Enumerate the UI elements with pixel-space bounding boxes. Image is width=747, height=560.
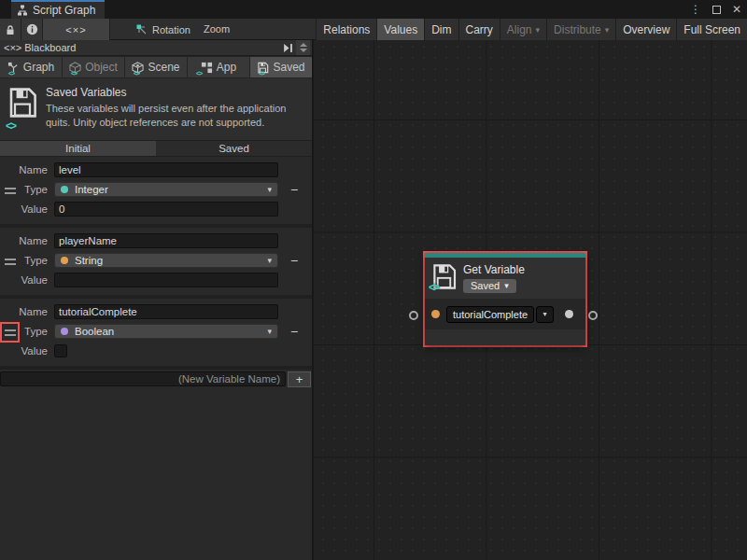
info-description: These variables will persist even after … — [46, 102, 304, 131]
node-title: Get Variable — [463, 262, 525, 276]
window-maximize-icon[interactable] — [712, 6, 721, 14]
type-dropdown[interactable]: String ▾ — [54, 253, 278, 268]
view-tab-initial[interactable]: Initial — [0, 141, 156, 156]
variable-block-tutorialcomplete: Name Type Boolean ▾ − Value — [0, 299, 312, 370]
type-dropdown[interactable]: Integer ▾ — [54, 182, 278, 197]
rotation-icon — [136, 24, 148, 35]
overview-button[interactable]: Overview — [615, 19, 676, 40]
info-icon — [26, 23, 38, 35]
type-dropdown[interactable]: Boolean ▾ — [54, 324, 278, 339]
code-overlay-icon: <> — [71, 70, 77, 77]
tab-object[interactable]: Object <> — [63, 57, 124, 77]
variable-name-input[interactable] — [54, 233, 278, 248]
scope-dropdown[interactable]: Saved ▾ — [463, 279, 516, 293]
rotation-label: Rotation — [152, 24, 190, 35]
saved-variables-info: <> Saved Variables These variables will … — [0, 78, 312, 140]
scroll-up-icon[interactable] — [300, 43, 307, 47]
code-overlay-icon: <> — [429, 281, 438, 294]
chevron-down-icon: ▾ — [504, 281, 509, 290]
title-bar: Script Graph ⋮ ✕ — [0, 0, 747, 19]
external-output-port[interactable] — [588, 311, 598, 320]
drag-handle-icon[interactable] — [5, 188, 16, 194]
saved-variables-floppy-icon: <> — [7, 86, 37, 131]
remove-variable-button[interactable]: − — [286, 254, 303, 267]
value-label: Value — [0, 345, 54, 357]
name-label: Name — [0, 306, 54, 317]
chevron-down-icon: ▾ — [267, 327, 272, 336]
blackboard-title: Blackboard — [24, 42, 76, 53]
scroll-arrows[interactable] — [296, 40, 310, 55]
code-overlay-icon: <> — [134, 70, 139, 77]
node-footer — [425, 329, 585, 345]
remove-variable-button[interactable]: − — [286, 325, 303, 338]
graph-canvas[interactable]: <> Get Variable Saved ▾ — [314, 40, 747, 560]
full-screen-button[interactable]: Full Screen — [676, 19, 747, 40]
relations-toggle[interactable]: Relations — [316, 19, 376, 40]
variable-value-input[interactable] — [54, 202, 278, 217]
variable-dropdown-arrow-button[interactable]: ▾ — [536, 306, 554, 323]
output-port-dot[interactable] — [565, 310, 573, 318]
chevron-down-icon: ▾ — [605, 25, 610, 35]
variable-scope-tabs: Graph <> Object <> Scene <> App <> — [0, 56, 312, 78]
dim-toggle[interactable]: Dim — [424, 19, 458, 40]
variables-toggle-button[interactable]: <×> — [43, 19, 110, 40]
info-title: Saved Variables — [46, 86, 304, 99]
zoom-label: Zoom — [204, 23, 230, 35]
variable-block-playername: Name Type String ▾ − Value — [0, 228, 312, 299]
variable-name-dropdown[interactable]: tutorialComplete — [446, 306, 534, 323]
dock-icon[interactable] — [283, 43, 293, 53]
integer-type-dot-icon — [61, 186, 68, 193]
drag-handle-icon[interactable] — [5, 259, 16, 265]
view-tab-saved[interactable]: Saved — [156, 141, 312, 156]
variable-name-input[interactable] — [54, 162, 278, 177]
blackboard-header: <×> Blackboard — [0, 40, 312, 56]
blackboard-glyph-icon: <×> — [4, 42, 21, 53]
info-button[interactable] — [21, 19, 43, 40]
value-label: Value — [0, 274, 54, 286]
variable-name-input[interactable] — [54, 304, 278, 319]
graph-toolbar: <×> Rotation Zoom 1x Relations Values Di… — [0, 19, 747, 40]
saved-variable-floppy-icon: <> — [431, 262, 457, 291]
scroll-down-icon[interactable] — [300, 49, 307, 52]
tab-scene[interactable]: Scene <> — [125, 57, 187, 77]
remove-variable-button[interactable]: − — [286, 183, 303, 196]
lock-icon — [5, 24, 16, 35]
tab-script-graph[interactable]: Script Graph — [11, 0, 105, 19]
align-dropdown[interactable]: Align ▾ — [500, 19, 546, 40]
name-label: Name — [0, 235, 54, 246]
value-label: Value — [0, 203, 54, 215]
toolbar-toggle-group: Relations Values Dim Carry Align ▾ Distr… — [316, 19, 747, 40]
tab-graph[interactable]: Graph <> — [0, 57, 62, 77]
initial-saved-toggle: Initial Saved — [0, 140, 312, 157]
carry-toggle[interactable]: Carry — [458, 19, 500, 40]
node-header: <> Get Variable Saved ▾ — [425, 258, 585, 299]
add-variable-button[interactable]: + — [288, 371, 311, 387]
blackboard-panel: <×> Blackboard Graph <> Object — [0, 40, 313, 560]
code-overlay-icon: <> — [196, 70, 202, 77]
code-overlay-icon: <> — [6, 119, 15, 133]
window-close-icon[interactable]: ✕ — [732, 3, 741, 16]
window-menu-icon[interactable]: ⋮ — [690, 3, 701, 16]
red-annotation-box: <> Get Variable Saved ▾ — [423, 251, 587, 347]
external-input-port[interactable] — [409, 311, 418, 320]
variable-value-input[interactable] — [54, 273, 278, 287]
values-toggle[interactable]: Values — [376, 19, 424, 40]
chevron-down-icon: ▾ — [267, 185, 272, 194]
lock-button[interactable] — [0, 19, 21, 40]
new-variable-name-input[interactable] — [0, 371, 286, 386]
boolean-type-dot-icon — [61, 328, 68, 335]
distribute-dropdown[interactable]: Distribute ▾ — [546, 19, 615, 40]
chevron-down-icon: ▾ — [543, 310, 547, 318]
tab-saved[interactable]: Saved <> — [250, 57, 312, 77]
drag-handle-icon[interactable] — [5, 329, 16, 336]
boolean-value-checkbox[interactable] — [54, 344, 67, 357]
tab-app[interactable]: App <> — [188, 57, 249, 77]
tab-title: Script Graph — [33, 4, 95, 17]
input-port-dot[interactable] — [431, 310, 440, 318]
variables-glyph-icon: <×> — [65, 24, 86, 35]
rotation-control[interactable]: Rotation — [136, 19, 190, 40]
chevron-down-icon: ▾ — [536, 25, 541, 35]
name-label: Name — [0, 164, 54, 175]
string-type-dot-icon — [61, 257, 68, 264]
get-variable-node[interactable]: <> Get Variable Saved ▾ — [425, 253, 585, 345]
